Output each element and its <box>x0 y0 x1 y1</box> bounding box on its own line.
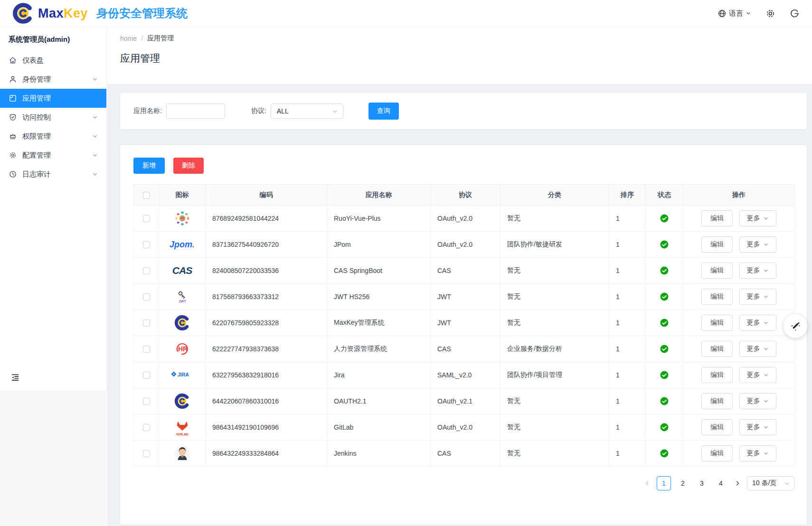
more-button[interactable]: 更多 <box>739 315 776 331</box>
app-protocol: OAuth_v2.0 <box>431 414 500 441</box>
sidebar-item-configuration[interactable]: 配置管理 <box>0 146 106 165</box>
row-checkbox[interactable] <box>143 267 150 274</box>
row-checkbox[interactable] <box>143 450 150 457</box>
dashboard-icon <box>9 56 17 65</box>
language-switcher[interactable]: 语言 <box>718 9 751 18</box>
breadcrumb-home[interactable]: home <box>120 35 137 42</box>
row-checkbox[interactable] <box>143 398 150 405</box>
more-button[interactable]: 更多 <box>739 341 776 357</box>
collapse-menu-icon[interactable] <box>10 373 20 384</box>
edit-button[interactable]: 编辑 <box>701 341 733 357</box>
edit-button[interactable]: 编辑 <box>701 263 733 279</box>
svg-text:GitLab: GitLab <box>176 432 188 436</box>
edit-button[interactable]: 编辑 <box>701 367 733 383</box>
row-checkbox[interactable] <box>143 346 150 353</box>
app-category: 暂无 <box>500 414 609 441</box>
app-logo-icon <box>159 315 205 331</box>
add-button[interactable]: 新增 <box>133 158 165 174</box>
row-checkbox[interactable] <box>143 424 150 431</box>
app-protocol: JWT <box>431 310 500 336</box>
app-protocol: OAuth_v2.0 <box>431 232 500 258</box>
more-button[interactable]: 更多 <box>739 236 776 253</box>
app-name: GitLab <box>327 414 431 441</box>
chevron-down-icon <box>763 346 769 352</box>
app-name: OAUTH2.1 <box>327 388 431 414</box>
edit-button[interactable]: 编辑 <box>701 445 733 461</box>
pagination-page-2[interactable]: 2 <box>676 476 690 490</box>
chevron-down-icon <box>763 268 769 273</box>
row-checkbox[interactable] <box>143 215 150 222</box>
chevron-down-icon <box>763 216 769 221</box>
pagination: 1234 10 条/页 <box>133 476 794 490</box>
app-sort: 1 <box>609 310 646 336</box>
app-sort: 1 <box>609 232 646 258</box>
table-row: 622076759805923328 MaxKey管理系统 JWT 暂无 1 编… <box>134 310 795 336</box>
more-button[interactable]: 更多 <box>739 393 776 409</box>
app-code: 632279563832918016 <box>206 362 327 388</box>
sidebar-item-permissions[interactable]: 权限管理 <box>0 127 106 146</box>
table-row: 876892492581044224 RuoYi-Vue-Plus OAuth_… <box>134 206 795 232</box>
pagination-page-3[interactable]: 3 <box>695 476 709 490</box>
pagination-prev-icon[interactable] <box>642 480 652 487</box>
more-button[interactable]: 更多 <box>739 263 776 279</box>
row-checkbox[interactable] <box>143 319 150 327</box>
edit-button[interactable]: 编辑 <box>701 315 733 331</box>
app-protocol: CAS <box>431 336 500 362</box>
more-button[interactable]: 更多 <box>739 367 776 383</box>
sidebar-item-apps[interactable]: 应用管理 <box>0 89 106 108</box>
pagination-page-1[interactable]: 1 <box>657 476 671 490</box>
content-area: 应用名称: 协议: ALL 查询 新增 删除 <box>107 84 812 526</box>
protocol-select[interactable]: ALL <box>271 103 343 119</box>
magic-wand-button[interactable] <box>784 314 807 338</box>
chevron-down-icon <box>746 10 751 16</box>
app-protocol: OAuth_v2.0 <box>431 206 500 232</box>
app-code: 876892492581044224 <box>206 206 327 232</box>
app-name: 人力资源管理系统 <box>327 336 431 362</box>
app-logo-icon <box>159 210 205 227</box>
page-size-select[interactable]: 10 条/页 <box>747 476 794 490</box>
app-logo-icon <box>159 445 205 461</box>
app-protocol: JWT <box>431 284 500 310</box>
column-header-code: 编码 <box>206 185 327 206</box>
page-size-value: 10 条/页 <box>752 479 776 488</box>
search-button[interactable]: 查询 <box>368 103 399 120</box>
more-button[interactable]: 更多 <box>739 210 776 226</box>
app-protocol: CAS <box>431 258 500 284</box>
sidebar-item-access-control[interactable]: 访问控制 <box>0 108 106 127</box>
pagination-next-icon[interactable] <box>733 480 742 487</box>
app-name-input[interactable] <box>166 103 225 119</box>
edit-button[interactable]: 编辑 <box>701 210 733 226</box>
sidebar-item-audit[interactable]: 日志审计 <box>0 165 106 184</box>
app-sort: 1 <box>609 441 646 467</box>
app-category: 暂无 <box>500 310 609 336</box>
select-all-checkbox[interactable] <box>143 192 150 199</box>
pagination-page-4[interactable]: 4 <box>714 476 728 490</box>
chevron-down-icon <box>763 372 769 378</box>
table-row: GitLab 986431492190109696 GitLab OAuth_v… <box>134 414 795 441</box>
app-protocol: OAuth_v2.1 <box>431 388 500 414</box>
delete-button[interactable]: 删除 <box>173 158 204 174</box>
brand[interactable]: MaxKey 身份安全管理系统 <box>12 2 188 24</box>
row-checkbox[interactable] <box>143 293 150 301</box>
row-checkbox[interactable] <box>143 241 150 248</box>
sidebar-item-identity[interactable]: 身份管理 <box>0 70 106 89</box>
edit-button[interactable]: 编辑 <box>701 419 733 435</box>
edit-button[interactable]: 编辑 <box>701 289 733 305</box>
settings-gear-icon[interactable] <box>765 9 775 19</box>
app-code: 622227747938373638 <box>206 336 327 362</box>
edit-button[interactable]: 编辑 <box>701 393 733 409</box>
chevron-down-icon <box>92 133 98 139</box>
svg-text:HR: HR <box>178 345 187 353</box>
more-button[interactable]: 更多 <box>739 419 776 435</box>
table-panel: 新增 删除 图标 编码 应用名称 协议 分类 排序 <box>120 145 807 525</box>
table-header-row: 图标 编码 应用名称 协议 分类 排序 状态 操作 <box>134 185 795 206</box>
status-enabled-icon <box>660 319 669 327</box>
chevron-down-icon <box>332 108 338 114</box>
more-button[interactable]: 更多 <box>739 289 776 305</box>
row-checkbox[interactable] <box>143 372 150 379</box>
edit-button[interactable]: 编辑 <box>701 236 733 253</box>
logout-icon[interactable] <box>790 9 800 19</box>
chevron-down-icon <box>784 480 790 487</box>
sidebar-item-dashboard[interactable]: 仪表盘 <box>0 51 106 70</box>
more-button[interactable]: 更多 <box>739 445 776 461</box>
